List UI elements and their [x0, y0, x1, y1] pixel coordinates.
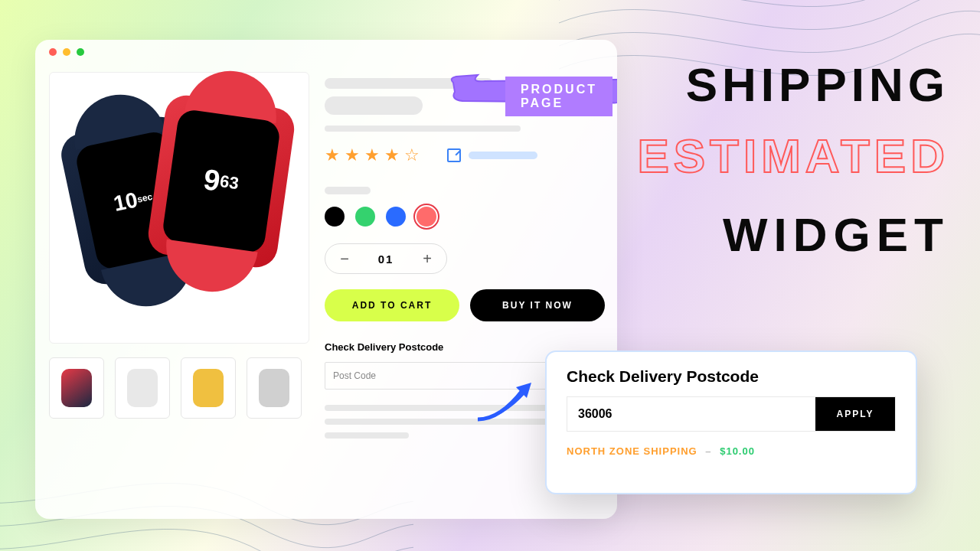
- popup-label: Check Delivery Postcode: [567, 367, 896, 386]
- quantity-decrement[interactable]: −: [325, 244, 364, 273]
- shipping-zone: NORTH ZONE SHIPPING: [567, 445, 697, 457]
- marketing-headline: SHIPPING ESTIMATED WIDGET: [637, 57, 949, 262]
- badge-label: PRODUCT PAGE: [505, 77, 612, 116]
- thumbnail-3[interactable]: [181, 357, 236, 419]
- window-maximize-dot[interactable]: [77, 48, 84, 56]
- color-swatches: [325, 207, 605, 227]
- headline-word-3: WIDGET: [637, 207, 949, 262]
- swatch-green[interactable]: [355, 207, 375, 227]
- star-outline-icon: ☆: [404, 145, 420, 165]
- thumbnail-1[interactable]: [49, 357, 104, 419]
- browser-window: PRODUCT PAGE 10sec 963 ★: [35, 40, 617, 519]
- headline-word-1: SHIPPING: [637, 57, 949, 112]
- apply-button[interactable]: APPLY: [815, 397, 895, 431]
- skeleton-color-label: [325, 187, 371, 194]
- product-thumbnails: [49, 357, 309, 419]
- swatch-black[interactable]: [325, 207, 345, 227]
- edit-icon: [447, 148, 461, 162]
- quantity-stepper: − 01 +: [325, 243, 447, 274]
- product-main-image[interactable]: 10sec 963: [49, 72, 309, 344]
- star-icon: ★: [364, 145, 380, 165]
- skeleton-subtitle: [325, 126, 521, 132]
- window-close-dot[interactable]: [49, 48, 57, 56]
- skeleton-review-text: [469, 152, 537, 159]
- swatch-blue[interactable]: [386, 207, 406, 227]
- callout-arrow-icon: [470, 366, 562, 430]
- result-separator: –: [705, 445, 711, 457]
- skeleton-price: [325, 96, 423, 115]
- quantity-increment[interactable]: +: [408, 244, 446, 273]
- shipping-price: $10.00: [720, 445, 755, 457]
- skeleton-line: [325, 432, 409, 439]
- star-icon: ★: [345, 145, 360, 165]
- swatch-coral[interactable]: [416, 207, 436, 227]
- window-titlebar: [35, 40, 617, 64]
- thumbnail-2[interactable]: [115, 357, 170, 419]
- shipping-result: NORTH ZONE SHIPPING – $10.00: [567, 445, 896, 457]
- thumbnail-4[interactable]: [247, 357, 302, 419]
- window-minimize-dot[interactable]: [63, 48, 70, 56]
- headline-word-2: ESTIMATED: [637, 129, 949, 183]
- star-icon: ★: [325, 145, 340, 165]
- star-icon: ★: [384, 145, 400, 165]
- write-review-link[interactable]: [447, 148, 537, 162]
- buy-now-button[interactable]: BUY IT NOW: [470, 289, 605, 321]
- star-rating: ★ ★ ★ ★ ☆: [325, 145, 420, 165]
- postcode-popup: Check Delivery Postcode 36006 APPLY NORT…: [545, 350, 917, 494]
- quantity-value: 01: [364, 253, 408, 266]
- product-gallery: 10sec 963: [49, 72, 309, 439]
- add-to-cart-button[interactable]: ADD TO CART: [325, 289, 459, 321]
- popup-postcode-input[interactable]: 36006: [567, 397, 815, 431]
